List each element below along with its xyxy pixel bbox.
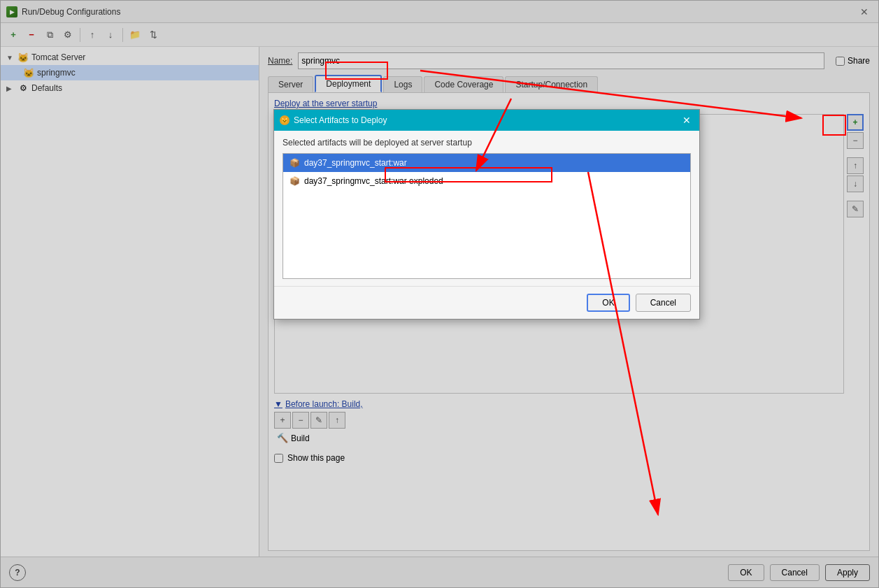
artifact-row-war-exploded[interactable]: 📦 day37_springmvc_start:war exploded: [283, 172, 690, 190]
dialog-title-icon: 🐱: [280, 115, 290, 125]
dialog-ok-button[interactable]: OK: [587, 294, 629, 312]
artifact-war-icon: 📦: [289, 157, 300, 168]
artifact-row-war[interactable]: 📦 day37_springmvc_start:war: [283, 154, 690, 172]
dialog-description: Selected artifacts will be deployed at s…: [283, 138, 691, 148]
artifact-exploded-icon: 📦: [289, 175, 300, 187]
dialog-overlay: 🐱 Select Artifacts to Deploy ✕ Selected …: [1, 1, 878, 587]
dialog-title-left: 🐱 Select Artifacts to Deploy: [280, 115, 387, 125]
dialog-cancel-button[interactable]: Cancel: [636, 294, 691, 312]
dialog-footer: OK Cancel: [274, 286, 699, 319]
dialog-content: Selected artifacts will be deployed at s…: [274, 131, 699, 286]
main-window: ▶ Run/Debug Configurations ✕ + − ⧉ ⚙ ↑ ↓…: [0, 0, 879, 588]
dialog-title-text: Select Artifacts to Deploy: [294, 115, 387, 125]
artifact-exploded-label: day37_springmvc_start:war exploded: [304, 176, 443, 186]
dialog-close-button[interactable]: ✕: [680, 113, 694, 127]
select-artifacts-dialog: 🐱 Select Artifacts to Deploy ✕ Selected …: [273, 109, 700, 320]
artifact-list-dialog: 📦 day37_springmvc_start:war 📦 day37_spri…: [283, 153, 691, 279]
artifact-war-label: day37_springmvc_start:war: [304, 158, 407, 168]
dialog-titlebar: 🐱 Select Artifacts to Deploy ✕: [274, 110, 699, 131]
